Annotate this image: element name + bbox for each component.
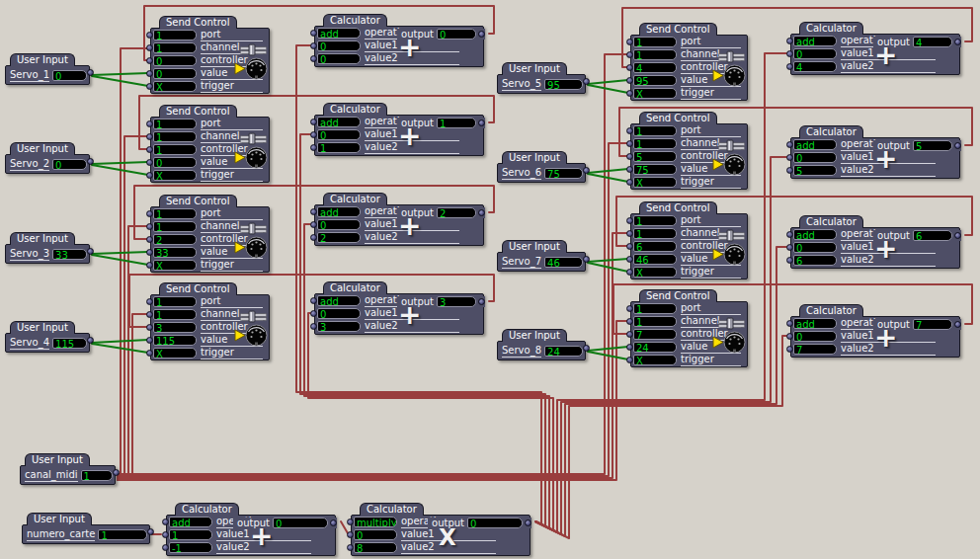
output-connector[interactable] [87, 69, 94, 76]
operation-connector[interactable] [786, 141, 793, 148]
fader-icon[interactable] [718, 317, 745, 330]
fader-icon[interactable] [718, 139, 745, 152]
calculator-node-1[interactable]: Calculator addoperation 0value1 0value2 … [314, 26, 484, 67]
value-connector[interactable] [626, 166, 633, 173]
value2-field[interactable]: 6 [793, 255, 837, 266]
input-value-field[interactable]: 46 [544, 257, 583, 268]
port-field[interactable]: 1 [633, 37, 677, 47]
send-control-node-1[interactable]: Send Control 1port 1channel 0controller … [150, 28, 270, 94]
port-field[interactable]: 1 [153, 296, 197, 307]
port-connector[interactable] [626, 127, 633, 134]
output-connector[interactable] [583, 78, 590, 85]
value-connector[interactable] [146, 159, 153, 166]
operation-connector[interactable] [310, 30, 317, 37]
channel-field[interactable]: 1 [633, 138, 677, 149]
node-title[interactable]: Send Control [159, 195, 237, 207]
output-connector[interactable] [478, 298, 485, 305]
input-value-field[interactable]: 1 [81, 470, 113, 481]
output-connector[interactable] [113, 469, 120, 476]
trigger-connector[interactable] [146, 172, 153, 179]
operation-connector[interactable] [786, 38, 793, 44]
trigger-connector[interactable] [626, 179, 633, 186]
controller-connector[interactable] [146, 146, 153, 153]
operation-field[interactable]: add [793, 139, 837, 150]
node-title[interactable]: Calculator [323, 281, 387, 294]
send-control-node-7[interactable]: Send Control 1port 1channel 6controller … [630, 213, 748, 280]
calculator-node-4[interactable]: Calculator addoperation 0value1 3value2 … [314, 293, 484, 335]
port-field[interactable]: 1 [153, 208, 197, 219]
user-input-node-servo6[interactable]: User Input Servo_675 [497, 163, 586, 183]
output-connector[interactable] [525, 519, 531, 526]
value1-connector[interactable] [310, 42, 317, 49]
port-field[interactable]: 1 [633, 215, 677, 226]
channel-field[interactable]: 1 [153, 131, 197, 142]
input-value-field[interactable]: 115 [52, 338, 87, 349]
port-field[interactable]: 1 [153, 119, 197, 129]
calculator-node-2[interactable]: Calculator addoperation 0value1 1value2 … [314, 115, 484, 156]
channel-field[interactable]: 1 [153, 42, 197, 53]
operation-field[interactable]: add [317, 206, 361, 217]
input-value-field[interactable]: 24 [544, 346, 583, 357]
channel-connector[interactable] [146, 311, 153, 318]
value2-connector[interactable] [310, 55, 317, 62]
value1-field[interactable]: 0 [793, 48, 837, 59]
send-control-node-8[interactable]: Send Control 1port 1channel 7controller … [630, 301, 748, 367]
node-title[interactable]: Calculator [799, 125, 863, 138]
value1-field[interactable]: 0 [317, 129, 361, 140]
port-field[interactable]: 1 [153, 30, 197, 40]
node-title[interactable]: Calculator [323, 14, 387, 27]
node-title[interactable]: User Input [10, 142, 75, 155]
user-input-node-servo1[interactable]: User Input Servo_10 [5, 65, 90, 85]
input-value-field[interactable]: 1 [98, 529, 147, 540]
channel-connector[interactable] [146, 44, 153, 51]
controller-connector[interactable] [626, 153, 633, 160]
port-connector[interactable] [146, 32, 153, 39]
fader-icon[interactable] [240, 132, 267, 145]
channel-connector[interactable] [626, 318, 633, 325]
user-input-node-numero-carte[interactable]: User Input numero_carte1 [22, 524, 150, 544]
controller-field[interactable]: 0 [153, 55, 197, 66]
node-title[interactable]: Calculator [175, 503, 239, 516]
trigger-connector[interactable] [626, 90, 633, 97]
node-title[interactable]: User Input [502, 151, 567, 164]
value-field[interactable]: 0 [153, 157, 197, 168]
operation-field[interactable]: add [793, 229, 837, 240]
calculator-node-offset[interactable]: Calculator addoperation 1value1 -1value2… [166, 515, 336, 556]
node-title[interactable]: User Input [10, 232, 75, 245]
value2-connector[interactable] [786, 346, 793, 353]
calculator-node-5[interactable]: Calculator addoperation 0value1 4value2 … [790, 34, 960, 75]
output-connector[interactable] [583, 167, 590, 174]
value1-field[interactable]: 0 [317, 40, 361, 51]
node-title[interactable]: User Input [502, 62, 567, 75]
calculator-node-3[interactable]: Calculator addoperation 0value1 2value2 … [314, 204, 484, 246]
node-title[interactable]: User Input [10, 53, 75, 66]
value1-field[interactable]: 0 [793, 152, 837, 163]
value-connector[interactable] [146, 70, 153, 77]
value1-connector[interactable] [310, 310, 317, 317]
trigger-connector[interactable] [146, 350, 153, 357]
input-value-field[interactable]: 33 [52, 249, 87, 260]
value1-connector[interactable] [310, 221, 317, 228]
node-title[interactable]: Calculator [323, 103, 387, 116]
value2-connector[interactable] [310, 234, 317, 241]
user-input-node-servo8[interactable]: User Input Servo_824 [497, 341, 586, 360]
value1-connector[interactable] [786, 333, 793, 340]
value1-field[interactable]: 1 [169, 529, 212, 540]
value2-connector[interactable] [786, 63, 793, 70]
user-input-node-servo4[interactable]: User Input Servo_4115 [5, 333, 90, 353]
value2-field[interactable]: 4 [793, 61, 837, 72]
node-title[interactable]: Send Control [159, 105, 237, 118]
value2-field[interactable]: 0 [317, 53, 361, 64]
node-title[interactable]: Calculator [799, 215, 863, 228]
operation-connector[interactable] [310, 297, 317, 304]
value-field[interactable]: 75 [633, 164, 677, 175]
operation-connector[interactable] [786, 320, 793, 327]
value1-field[interactable]: 0 [354, 529, 397, 540]
trigger-field[interactable]: X [633, 267, 677, 278]
value2-connector[interactable] [347, 544, 354, 551]
input-value-field[interactable]: 95 [544, 79, 583, 90]
channel-connector[interactable] [626, 230, 633, 237]
value1-field[interactable]: 0 [793, 331, 837, 342]
output-connector[interactable] [478, 120, 485, 126]
value2-field[interactable]: 5 [793, 165, 837, 176]
